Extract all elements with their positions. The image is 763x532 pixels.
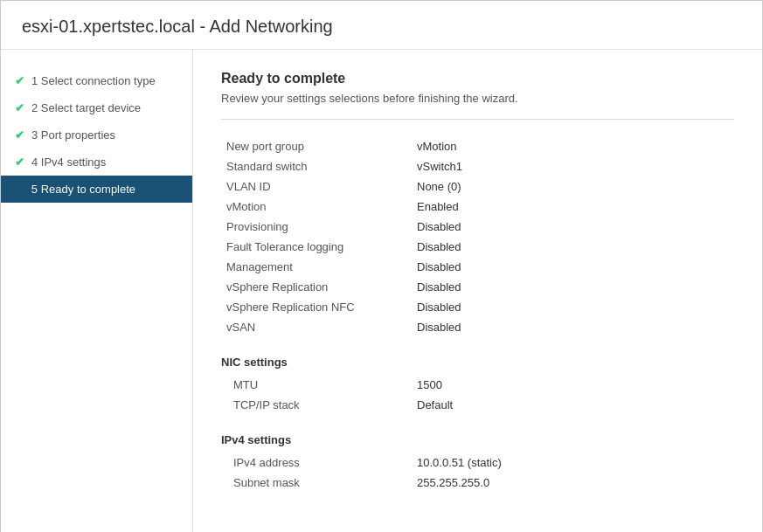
nic-value: 1500 xyxy=(417,376,732,394)
setting-value: None (0) xyxy=(417,177,732,196)
setting-label: Management xyxy=(223,258,415,276)
setting-value: Disabled xyxy=(417,318,732,336)
nic-label: MTU xyxy=(223,376,415,394)
ipv4-label: Subnet mask xyxy=(223,473,415,492)
sidebar-item-step5[interactable]: 5 Ready to complete xyxy=(1,176,192,203)
dialog-title: esxi-01.xpertstec.local - Add Networking xyxy=(1,1,762,50)
setting-label: New port group xyxy=(223,137,415,155)
ipv4-label: IPv4 address xyxy=(223,453,415,472)
setting-value: vSwitch1 xyxy=(417,157,732,176)
nic-settings-table: MTU1500TCP/IP stackDefault xyxy=(221,374,734,416)
main-content: Ready to complete Review your settings s… xyxy=(193,50,762,532)
sidebar-item-step3[interactable]: ✔ 3 Port properties xyxy=(1,121,192,149)
ipv4-settings-table: IPv4 address10.0.0.51 (static)Subnet mas… xyxy=(221,452,734,494)
check-icon-step1: ✔ xyxy=(15,74,24,87)
table-row: New port groupvMotion xyxy=(223,137,732,155)
sidebar-item-label-step3: 3 Port properties xyxy=(31,128,115,142)
ipv4-value: 255.255.255.0 xyxy=(417,473,732,492)
setting-label: Fault Tolerance logging xyxy=(223,238,415,256)
setting-value: Disabled xyxy=(417,238,732,256)
table-row: vSANDisabled xyxy=(223,318,732,336)
check-icon-step2: ✔ xyxy=(15,101,24,114)
sidebar-item-label-step4: 4 IPv4 settings xyxy=(31,155,106,169)
dialog-body: ✔ 1 Select connection type ✔ 2 Select ta… xyxy=(1,50,762,532)
table-row: IPv4 address10.0.0.51 (static) xyxy=(223,453,732,472)
setting-label: VLAN ID xyxy=(223,177,415,196)
setting-label: Standard switch xyxy=(223,157,415,176)
section-subtitle: Review your settings selections before f… xyxy=(221,92,734,105)
table-row: MTU1500 xyxy=(223,376,732,394)
sidebar-item-label-step1: 1 Select connection type xyxy=(31,74,156,87)
ipv4-value: 10.0.0.51 (static) xyxy=(417,453,732,472)
sidebar-item-label-step5: 5 Ready to complete xyxy=(31,183,135,196)
ipv4-section-title: IPv4 settings xyxy=(221,433,734,446)
sidebar-item-step1[interactable]: ✔ 1 Select connection type xyxy=(1,67,192,94)
setting-value: Disabled xyxy=(417,278,732,296)
table-row: TCP/IP stackDefault xyxy=(223,396,732,414)
table-row: Fault Tolerance loggingDisabled xyxy=(223,238,732,256)
setting-value: Disabled xyxy=(417,298,732,316)
divider xyxy=(221,119,734,120)
sidebar: ✔ 1 Select connection type ✔ 2 Select ta… xyxy=(1,50,193,532)
check-icon-step5 xyxy=(15,183,24,196)
table-row: Subnet mask255.255.255.0 xyxy=(223,473,732,492)
setting-value: Disabled xyxy=(417,218,732,236)
table-row: ProvisioningDisabled xyxy=(223,218,732,236)
sidebar-item-label-step2: 2 Select target device xyxy=(31,101,141,114)
setting-value: Enabled xyxy=(417,197,732,216)
sidebar-item-step4[interactable]: ✔ 4 IPv4 settings xyxy=(1,149,192,176)
setting-label: vMotion xyxy=(223,197,415,216)
nic-label: TCP/IP stack xyxy=(223,396,415,414)
check-icon-step3: ✔ xyxy=(15,128,24,142)
table-row: vMotionEnabled xyxy=(223,197,732,216)
add-networking-dialog: esxi-01.xpertstec.local - Add Networking… xyxy=(0,0,763,532)
table-row: vSphere Replication NFCDisabled xyxy=(223,298,732,316)
nic-section-title: NIC settings xyxy=(221,356,734,369)
table-row: Standard switchvSwitch1 xyxy=(223,157,732,176)
section-title: Ready to complete xyxy=(221,71,734,86)
settings-table: New port groupvMotionStandard switchvSwi… xyxy=(221,135,734,338)
table-row: VLAN IDNone (0) xyxy=(223,177,732,196)
table-row: ManagementDisabled xyxy=(223,258,732,276)
setting-label: vSAN xyxy=(223,318,415,336)
setting-value: vMotion xyxy=(417,137,732,155)
setting-label: Provisioning xyxy=(223,218,415,236)
setting-value: Disabled xyxy=(417,258,732,276)
table-row: vSphere ReplicationDisabled xyxy=(223,278,732,296)
setting-label: vSphere Replication xyxy=(223,278,415,296)
sidebar-item-step2[interactable]: ✔ 2 Select target device xyxy=(1,94,192,121)
setting-label: vSphere Replication NFC xyxy=(223,298,415,316)
nic-value: Default xyxy=(417,396,732,414)
check-icon-step4: ✔ xyxy=(15,155,24,169)
